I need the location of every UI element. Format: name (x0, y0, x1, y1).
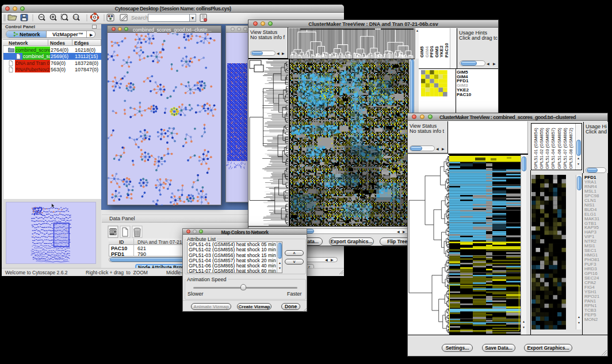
svg-text:GPL51-02 (GSM855): GPL51-02 (GSM855) (539, 128, 544, 169)
svg-text:1:1: 1:1 (74, 16, 78, 19)
svg-text:GPL51-03 (GSM856): GPL51-03 (GSM856) (545, 128, 550, 169)
svg-text:GPL51-08 (GSM872): GPL51-08 (GSM872) (568, 128, 573, 169)
svg-text:GPL51-07 (GSM868): GPL51-07 (GSM868) (563, 128, 568, 169)
svg-text:GPL51-04 (GSM857): GPL51-04 (GSM857) (550, 128, 556, 169)
svg-text:GPL51-06 (GSM865): GPL51-06 (GSM865) (557, 128, 562, 169)
svg-text:GPL51-01 (GSM854): GPL51-01 (GSM854) (533, 128, 538, 169)
svg-text:PAC10: PAC10 (444, 43, 449, 58)
